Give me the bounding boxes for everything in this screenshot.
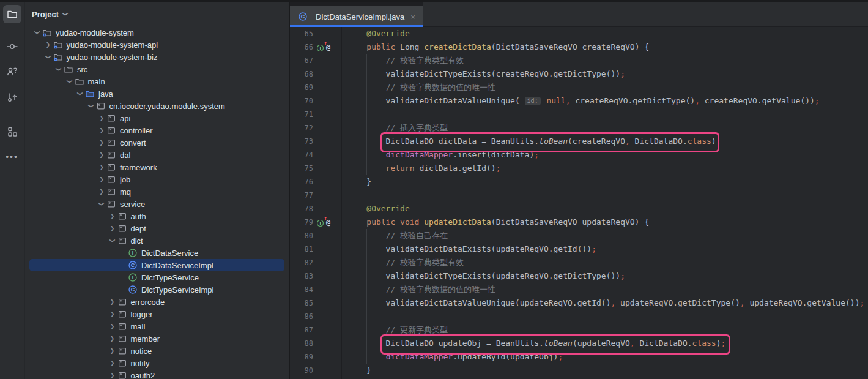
tree-item-controller[interactable]: ❯ controller <box>25 124 289 137</box>
code-text[interactable]: validateDictDataExists(updateReqVO.getId… <box>341 242 596 256</box>
editor-gutter[interactable]: 66I↑@ <box>290 40 341 54</box>
editor-gutter[interactable]: 86 <box>290 310 341 323</box>
tree-item-service[interactable]: ❯ service <box>25 198 289 210</box>
project-panel-title[interactable]: Project <box>32 10 59 19</box>
code-text[interactable]: // 插入字典类型 <box>341 121 448 135</box>
tree-item-errorcode[interactable]: ❯ errorcode <box>25 296 289 308</box>
code-text[interactable] <box>341 108 347 121</box>
editor-gutter[interactable]: 67 <box>290 54 341 67</box>
tree-item-yudao-module-system-api[interactable]: ❯ yudao-module-system-api <box>25 39 289 51</box>
editor-gutter[interactable]: 83 <box>290 269 341 283</box>
tree-item-src[interactable]: ❯ src <box>25 63 289 75</box>
tool-button-pull-requests[interactable] <box>3 62 21 81</box>
editor-gutter[interactable]: 70 <box>290 94 341 108</box>
editor-gutter[interactable]: 75 <box>290 162 341 175</box>
tree-item-java[interactable]: ❯ java <box>25 88 289 100</box>
tree-expand-chevron-icon[interactable]: ❯ <box>108 372 117 378</box>
tree-item-member[interactable]: ❯ member <box>25 332 289 345</box>
code-text[interactable] <box>341 310 347 323</box>
editor-gutter[interactable]: 90 <box>290 364 341 377</box>
tree-item-dictdataserviceimpl[interactable]: ❯ CDictDataServiceImpl <box>25 259 289 271</box>
editor-gutter[interactable]: 72 <box>290 121 341 135</box>
tree-expand-chevron-icon[interactable]: ❯ <box>97 164 106 170</box>
implements-method-gutter-icon[interactable]: I↑ <box>316 218 325 227</box>
implements-method-gutter-icon[interactable]: I↑ <box>316 43 325 51</box>
tree-item-yudao-module-system[interactable]: ❯ yudao-module-system <box>25 26 289 39</box>
code-text[interactable]: validateDictTypeExists(createReqVO.getDi… <box>341 67 625 81</box>
editor-gutter[interactable]: 71 <box>290 108 341 121</box>
tree-item-api[interactable]: ❯ api <box>25 112 289 124</box>
tree-expand-chevron-icon[interactable]: ❯ <box>43 42 53 48</box>
tool-button-vcs[interactable] <box>3 88 21 106</box>
tree-expand-chevron-icon[interactable]: ❯ <box>108 323 117 329</box>
code-text[interactable]: } <box>341 364 371 377</box>
editor-gutter[interactable]: 77 <box>290 189 341 202</box>
code-text[interactable]: } <box>341 175 371 189</box>
editor-gutter[interactable]: 68 <box>290 67 341 81</box>
tree-expand-chevron-icon[interactable]: ❯ <box>108 360 117 366</box>
code-text[interactable]: public void updateDictData(DictDataSaveR… <box>341 216 649 229</box>
tree-collapse-chevron-icon[interactable]: ❯ <box>56 64 62 74</box>
code-text[interactable]: // 校验字典类型有效 <box>341 256 464 269</box>
code-text[interactable]: DictDataDO updateObj = BeanUtils.toBean(… <box>341 337 725 350</box>
code-text[interactable]: validateDictDataValueUnique( id: null, c… <box>341 94 820 108</box>
tree-item-mq[interactable]: ❯ mq <box>25 186 289 198</box>
code-text[interactable]: // 校验字典数据的值的唯一性 <box>341 81 495 94</box>
editor-gutter[interactable]: 80 <box>290 229 341 242</box>
tree-item-main[interactable]: ❯ main <box>25 75 289 88</box>
code-text[interactable] <box>341 189 347 202</box>
code-text[interactable]: DictDataDO dictData = BeanUtils.toBean(c… <box>341 135 721 148</box>
editor-gutter[interactable]: 87 <box>290 323 341 337</box>
editor-gutter[interactable]: 74 <box>290 148 341 162</box>
editor-gutter[interactable]: 89 <box>290 350 341 364</box>
code-area[interactable]: 65 @Override66I↑@ public Long createDict… <box>290 27 868 379</box>
tree-item-notify[interactable]: ❯ notify <box>25 357 289 369</box>
tree-expand-chevron-icon[interactable]: ❯ <box>97 176 106 182</box>
editor-gutter[interactable]: 82 <box>290 256 341 269</box>
tree-item-dept[interactable]: ❯ dept <box>25 222 289 235</box>
code-text[interactable]: validateDictTypeExists(updateReqVO.getDi… <box>341 269 625 283</box>
code-text[interactable]: return dictData.getId(); <box>341 162 500 175</box>
tool-button-more[interactable]: ••• <box>3 148 21 166</box>
tree-expand-chevron-icon[interactable]: ❯ <box>108 336 117 342</box>
editor-tab-dictdataserviceimpl[interactable]: C DictDataServiceImpl.java × <box>290 6 423 27</box>
editor-gutter[interactable]: 84 <box>290 283 341 296</box>
code-text[interactable]: dictDataMapper.updateById(updateObj); <box>341 350 563 364</box>
code-text[interactable]: // 校验字典数据的值的唯一性 <box>341 283 495 296</box>
editor-gutter[interactable]: 78 <box>290 202 341 216</box>
tree-item-mail[interactable]: ❯ mail <box>25 320 289 332</box>
tree-expand-chevron-icon[interactable]: ❯ <box>97 189 106 195</box>
code-text[interactable]: // 校验字典类型有效 <box>341 54 464 67</box>
tree-collapse-chevron-icon[interactable]: ❯ <box>45 52 51 62</box>
tree-collapse-chevron-icon[interactable]: ❯ <box>88 101 94 111</box>
tree-expand-chevron-icon[interactable]: ❯ <box>97 140 106 146</box>
code-text[interactable]: // 校验自己存在 <box>341 229 448 242</box>
tree-item-dicttypeserviceimpl[interactable]: ❯ CDictTypeServiceImpl <box>25 283 289 296</box>
editor-gutter[interactable]: 76 <box>290 175 341 189</box>
code-text[interactable]: @Override <box>341 27 410 40</box>
code-text[interactable]: public Long createDictData(DictDataSaveR… <box>341 40 649 54</box>
tree-item-logger[interactable]: ❯ logger <box>25 308 289 320</box>
code-text[interactable]: validateDictDataValueUnique(updateReqVO.… <box>341 296 864 310</box>
tool-button-commit[interactable] <box>3 37 21 56</box>
tool-button-structure[interactable] <box>3 122 21 141</box>
tree-expand-chevron-icon[interactable]: ❯ <box>108 213 117 219</box>
tree-expand-chevron-icon[interactable]: ❯ <box>108 311 117 317</box>
tree-item-job[interactable]: ❯ job <box>25 173 289 186</box>
editor-gutter[interactable]: 88 <box>290 337 341 350</box>
tree-collapse-chevron-icon[interactable]: ❯ <box>67 77 73 86</box>
tree-item-dictdataservice[interactable]: ❯ IDictDataService <box>25 247 289 259</box>
tree-item-oauth2[interactable]: ❯ oauth2 <box>25 369 289 379</box>
project-panel-header[interactable]: Project ❯ <box>25 2 289 26</box>
tree-expand-chevron-icon[interactable]: ❯ <box>108 225 117 231</box>
tree-expand-chevron-icon[interactable]: ❯ <box>108 348 117 354</box>
editor-gutter[interactable]: 79I↑@ <box>290 216 341 229</box>
tree-item-framework[interactable]: ❯ framework <box>25 161 289 173</box>
editor-gutter[interactable]: 73 <box>290 135 341 148</box>
tree-item-convert[interactable]: ❯ convert <box>25 137 289 149</box>
tree-item-yudao-module-system-biz[interactable]: ❯ yudao-module-system-biz <box>25 51 289 63</box>
tree-item-notice[interactable]: ❯ notice <box>25 345 289 357</box>
code-text[interactable]: // 更新字典类型 <box>341 323 448 337</box>
tree-collapse-chevron-icon[interactable]: ❯ <box>77 89 83 99</box>
tree-item-dict[interactable]: ❯ dict <box>25 235 289 247</box>
